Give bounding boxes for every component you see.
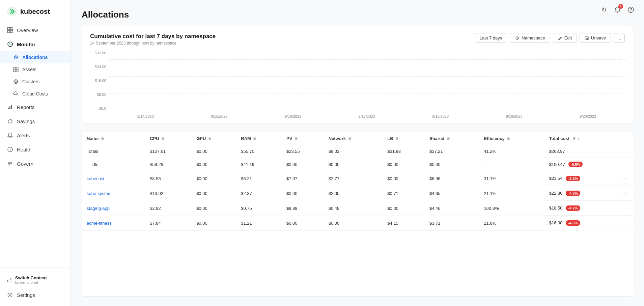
savings-icon [7, 118, 13, 124]
change-badge: -4.7% [566, 205, 580, 211]
total-value: $18.50 [549, 205, 563, 211]
bar-chart: $0.0$8.00$16.00$24.00$32.00 9/14/20239/1… [90, 51, 625, 118]
sidebar-item-settings[interactable]: Settings [0, 288, 71, 302]
row-actions-button[interactable]: ··· [622, 175, 628, 182]
svg-point-30 [9, 162, 10, 163]
row-actions-button[interactable]: ··· [622, 204, 628, 212]
sidebar-item-cloud-costs[interactable]: Cloud Costs [0, 88, 71, 100]
sidebar-item-govern[interactable]: Govern [0, 157, 71, 171]
cell-efficiency: 41.2% [479, 145, 544, 158]
table-row[interactable]: kube-system$13.02$0.00$2.37$0.00$2.05$0.… [82, 186, 633, 201]
namespace-icon [515, 36, 520, 40]
cell-efficiency: 100.8% [479, 201, 544, 216]
save-icon [585, 36, 589, 40]
sidebar-item-overview[interactable]: Overview [0, 23, 71, 37]
col-ram: RAM [236, 132, 282, 145]
help-icon [627, 6, 634, 13]
cell-gpu: $0.00 [192, 171, 236, 186]
x-axis-label: 9/19/2023 [477, 114, 551, 118]
cell-total: $263.97 [544, 145, 633, 158]
svg-rect-9 [13, 67, 16, 69]
table-section: Name CPU GPU RAM PV Network LB Shared Ef… [82, 132, 633, 297]
col-pv: PV [282, 132, 324, 145]
cell-name[interactable]: kubecost [82, 171, 145, 186]
sort-icon[interactable]: ↓ [578, 136, 580, 141]
svg-rect-12 [16, 70, 18, 72]
sidebar-item-alerts[interactable]: Alerts [0, 128, 71, 142]
sidebar-item-health[interactable]: Health [0, 142, 71, 157]
change-badge: -5.6% [568, 162, 583, 167]
col-lb: LB [383, 132, 425, 145]
svg-rect-21 [11, 105, 12, 109]
unsave-button[interactable]: Unsave [580, 33, 611, 43]
cell-gpu: $0.00 [192, 201, 236, 216]
namespace-button[interactable]: Namespace [510, 33, 550, 43]
cell-ram: $55.70 [236, 145, 282, 158]
svg-rect-4 [10, 30, 13, 33]
cell-shared: $4.65 [425, 186, 479, 201]
sidebar-item-savings-label: Savings [17, 118, 35, 124]
cell-total: $31.54-2.2%··· [544, 171, 633, 186]
row-actions-button[interactable]: ··· [622, 190, 628, 197]
cell-network: $0.00 [324, 158, 383, 171]
cell-network: $0.48 [324, 201, 383, 216]
svg-rect-11 [13, 70, 16, 72]
sidebar-bottom: ⇄ Switch Context kc-demo-prod Settings [0, 268, 71, 306]
svg-rect-10 [16, 67, 18, 69]
cell-shared: $4.46 [425, 201, 479, 216]
cell-name[interactable]: kube-system [82, 186, 145, 201]
kubecost-logo-icon [7, 6, 18, 17]
sidebar-item-reports[interactable]: Reports [0, 100, 71, 114]
cell-network: $2.77 [324, 171, 383, 186]
total-value: $100.47 [549, 162, 565, 167]
cell-lb: $4.15 [383, 216, 425, 230]
svg-point-6 [14, 56, 18, 59]
sidebar-item-assets[interactable]: Assets [0, 63, 71, 76]
refresh-button[interactable]: ↻ [599, 5, 609, 15]
cell-cpu: $13.02 [145, 186, 192, 201]
sidebar-item-monitor[interactable]: Monitor [0, 37, 71, 51]
x-axis-label: 9/17/2023 [330, 114, 404, 118]
chart-controls: Last 7 days Namespace Edit Unsave ... [475, 33, 625, 43]
cell-name: Totals [82, 145, 145, 158]
svg-point-33 [9, 294, 11, 296]
sidebar-item-allocations[interactable]: Allocations [0, 51, 71, 63]
svg-point-23 [11, 121, 11, 121]
main-content: ↻ 2 Allocations Cumulative cost for last… [71, 0, 644, 306]
svg-point-35 [631, 11, 631, 12]
cell-pv: $7.07 [282, 171, 324, 186]
row-actions-button[interactable]: ··· [622, 219, 628, 226]
edit-button[interactable]: Edit [553, 33, 577, 43]
cell-shared: $3.71 [425, 216, 479, 230]
cell-name[interactable]: staging-app [82, 201, 145, 216]
table-row[interactable]: acme-fitness$7.84$0.00$1.21$0.00$0.00$4.… [82, 216, 633, 230]
table-row[interactable]: staging-app$2.92$0.00$0.75$9.89$0.48$0.0… [82, 201, 633, 216]
cell-shared: $37.21 [425, 145, 479, 158]
cell-efficiency: 21.1% [479, 186, 544, 201]
sidebar-item-clusters[interactable]: Clusters [0, 76, 71, 88]
switch-icon: ⇄ [7, 276, 12, 284]
cell-total: $18.50-4.7%··· [544, 201, 633, 216]
help-button[interactable] [626, 5, 636, 15]
switch-context-button[interactable]: ⇄ Switch Context kc-demo-prod [0, 272, 71, 288]
date-range-button[interactable]: Last 7 days [475, 33, 507, 43]
more-options-button[interactable]: ... [614, 33, 625, 43]
col-name: Name [82, 132, 145, 145]
sidebar-item-savings[interactable]: Savings [0, 114, 71, 128]
sidebar-item-reports-label: Reports [17, 104, 35, 110]
svg-point-37 [517, 37, 518, 38]
x-axis-label: 9/14/2023 [109, 114, 183, 118]
cell-pv: $0.00 [282, 186, 324, 201]
svg-rect-19 [8, 108, 9, 109]
table-row: __idle__$59.28$0.00$41.19$0.00$0.00$0.00… [82, 158, 633, 171]
cell-lb: $0.00 [383, 158, 425, 171]
notifications-button[interactable]: 2 [612, 5, 622, 15]
table-row[interactable]: kubecost$8.53$0.00$6.21$7.07$2.77$0.00$6… [82, 171, 633, 186]
chart-section: Cumulative cost for last 7 days by names… [82, 26, 633, 123]
cell-name: __idle__ [82, 158, 145, 171]
cell-name[interactable]: acme-fitness [82, 216, 145, 230]
lb-info-dot [396, 137, 398, 140]
sidebar-navigation: Overview Monitor Allocations Assets [0, 23, 71, 268]
cell-ram: $41.19 [236, 158, 282, 171]
edit-label: Edit [564, 35, 572, 40]
